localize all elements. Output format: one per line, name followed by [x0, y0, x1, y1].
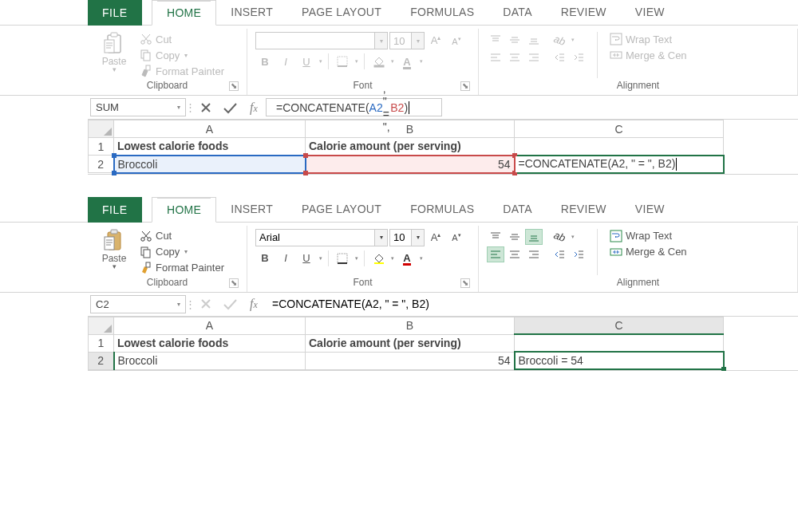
wrap-text-button[interactable]: Wrap Text — [607, 229, 689, 243]
caret-icon[interactable]: ▾ — [568, 229, 576, 245]
underline-button[interactable]: U — [297, 250, 316, 267]
align-center-button — [506, 49, 523, 65]
cell-a1[interactable]: Lowest calorie foods — [114, 138, 306, 156]
cell-c2[interactable]: Broccoli = 54 — [515, 352, 724, 369]
cell-c1[interactable] — [515, 138, 724, 156]
col-header-c[interactable]: C — [515, 120, 724, 138]
caret-icon[interactable]: ▾ — [375, 229, 388, 246]
cell-a2[interactable]: Broccoli — [114, 352, 306, 369]
cell-b1[interactable]: Calorie amount (per serving) — [306, 138, 515, 156]
align-left-button[interactable] — [487, 246, 504, 262]
align-left-button — [487, 49, 504, 65]
paintbrush-icon — [140, 262, 152, 274]
orientation-button[interactable]: ab — [551, 229, 568, 245]
font-color-button[interactable]: A — [397, 250, 417, 267]
tab-insert[interactable]: INSERT — [216, 0, 287, 25]
tab-home[interactable]: HOME — [152, 197, 216, 223]
spreadsheet-grid-bottom[interactable]: A B C 1 Lowest calorie foods Calorie amo… — [88, 317, 798, 372]
caret-icon[interactable]: ▾ — [388, 250, 396, 267]
cell-a2[interactable]: Broccoli — [114, 156, 306, 173]
group-label-font: Font⬊ — [255, 78, 470, 93]
name-box[interactable]: SUM ▾ — [90, 98, 186, 116]
name-box[interactable]: C2 ▾ — [90, 295, 186, 313]
cell-c1[interactable] — [515, 334, 724, 352]
select-all-corner[interactable] — [89, 120, 114, 138]
copy-icon — [140, 49, 152, 61]
col-header-b[interactable]: B — [306, 317, 515, 334]
cell-b1[interactable]: Calorie amount (per serving) — [306, 334, 515, 352]
borders-button[interactable] — [333, 250, 352, 267]
row-header-2[interactable]: 2 — [89, 352, 114, 369]
tab-formulas[interactable]: FORMULAS — [396, 196, 488, 222]
dialog-launcher-icon[interactable]: ⬊ — [460, 278, 470, 288]
bold-button[interactable]: B — [255, 250, 275, 267]
dialog-launcher-icon[interactable]: ⬊ — [229, 278, 239, 288]
paste-button[interactable]: Paste ▾ — [96, 229, 132, 270]
spreadsheet-grid-top[interactable]: A B C 1 Lowest calorie foods Calorie amo… — [88, 120, 798, 175]
align-top-button[interactable] — [487, 229, 504, 245]
align-middle-button[interactable] — [506, 229, 523, 245]
caret-icon[interactable]: ▾ — [412, 229, 425, 246]
tab-review[interactable]: REVIEW — [547, 0, 621, 25]
tab-page-layout[interactable]: PAGE LAYOUT — [287, 0, 396, 25]
cancel-formula-button[interactable] — [194, 96, 218, 119]
enter-formula-button[interactable] — [218, 96, 242, 119]
font-size-combo[interactable]: ▾ — [389, 229, 425, 246]
align-right-button[interactable] — [525, 246, 543, 262]
decrease-font-button[interactable]: A▾ — [447, 229, 466, 246]
formula-bar-top: SUM ▾ ⋮ fx =CONCATENATE(A2, " = ", B2) — [88, 96, 798, 120]
caret-icon[interactable]: ▾ — [316, 250, 324, 267]
decrease-indent-button[interactable] — [551, 246, 568, 262]
increase-indent-button[interactable] — [570, 246, 587, 262]
font-name-combo[interactable]: ▾ — [255, 229, 388, 246]
tab-view[interactable]: VIEW — [621, 0, 679, 25]
formula-input[interactable] — [266, 293, 798, 316]
copy-button[interactable]: Copy▾ — [137, 245, 227, 259]
tab-page-layout[interactable]: PAGE LAYOUT — [287, 196, 396, 222]
dialog-launcher-icon: ⬊ — [460, 81, 470, 91]
col-header-c[interactable]: C — [515, 317, 724, 334]
cell-b2[interactable]: 54 — [306, 352, 515, 369]
align-bottom-button[interactable] — [525, 229, 543, 245]
tab-data[interactable]: DATA — [488, 0, 546, 25]
caret-icon[interactable]: ▾ — [352, 250, 360, 267]
cell-c2[interactable]: =CONCATENATE(A2, " = ", B2) — [515, 156, 724, 173]
tab-file[interactable]: FILE — [88, 0, 142, 26]
merge-center-button[interactable]: Merge & Cen — [607, 245, 689, 259]
caret-icon[interactable]: ▾ — [417, 250, 425, 267]
wrap-text-icon — [610, 230, 622, 242]
cell-a1[interactable]: Lowest calorie foods — [114, 334, 306, 352]
format-painter-button[interactable]: Format Painter — [137, 261, 227, 275]
row-header-1[interactable]: 1 — [89, 334, 114, 352]
tab-review[interactable]: REVIEW — [547, 196, 621, 222]
fill-handle[interactable] — [721, 367, 726, 371]
tab-home[interactable]: HOME — [152, 0, 216, 26]
tab-view[interactable]: VIEW — [621, 196, 679, 222]
font-size-input[interactable] — [389, 229, 412, 246]
font-color-icon: A — [403, 56, 410, 68]
col-header-a[interactable]: A — [114, 317, 306, 334]
fx-button[interactable]: fx — [242, 96, 266, 119]
italic-button: I — [276, 53, 295, 70]
tab-data[interactable]: DATA — [488, 196, 546, 222]
orientation-button: ab — [551, 32, 568, 48]
increase-font-button[interactable]: A▴ — [426, 229, 445, 246]
formula-bar-bottom: C2 ▾ ⋮ fx — [88, 293, 798, 317]
fill-color-button[interactable] — [369, 250, 388, 267]
select-all-corner[interactable] — [89, 317, 114, 334]
orientation-icon: ab — [552, 32, 567, 47]
fx-button[interactable]: fx — [242, 293, 266, 316]
align-center-button[interactable] — [506, 246, 523, 262]
merge-center-button: Merge & Cen — [607, 48, 689, 62]
tab-formulas[interactable]: FORMULAS — [396, 0, 488, 25]
font-name-input[interactable] — [255, 229, 375, 246]
tab-file[interactable]: FILE — [88, 197, 142, 223]
italic-button[interactable]: I — [276, 250, 295, 267]
row-header-1[interactable]: 1 — [89, 138, 114, 156]
tab-insert[interactable]: INSERT — [216, 196, 287, 222]
cell-b2[interactable]: 54 — [306, 156, 515, 173]
font-color-button: A — [397, 53, 417, 70]
cut-button[interactable]: Cut — [137, 229, 227, 243]
row-header-2[interactable]: 2 — [89, 156, 114, 173]
wrap-text-icon — [610, 33, 622, 45]
